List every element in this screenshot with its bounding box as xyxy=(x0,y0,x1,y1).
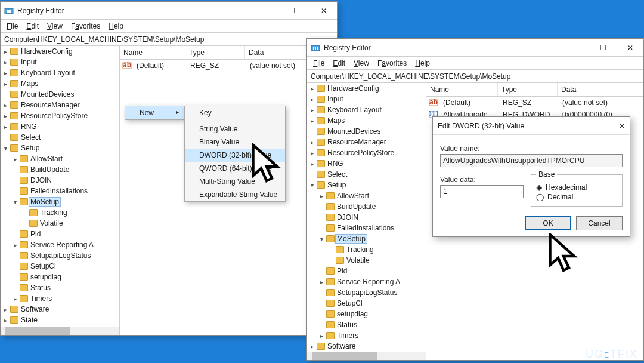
ctx-item[interactable]: Multi-String Value xyxy=(185,175,285,188)
expand-toggle-icon[interactable] xyxy=(318,333,325,339)
tree-item[interactable]: MountedDevices xyxy=(2,89,119,100)
tree-item[interactable]: MountedDevices xyxy=(308,126,426,137)
tree-item[interactable]: State xyxy=(2,315,119,325)
menu-view[interactable]: View xyxy=(44,21,66,32)
value-row[interactable]: ab(Default)REG_SZ(value not set) xyxy=(426,97,643,109)
expand-toggle-icon[interactable] xyxy=(308,139,315,146)
tree-item[interactable]: Keyboard Layout xyxy=(2,67,119,78)
col-name[interactable]: Name xyxy=(120,46,185,59)
tree-item[interactable]: Volatile xyxy=(21,218,119,229)
menu-edit[interactable]: Edit xyxy=(329,58,349,69)
ctx-item[interactable]: Key xyxy=(185,106,285,119)
tree-item[interactable]: setupdiag xyxy=(11,272,119,282)
expand-toggle-icon[interactable] xyxy=(2,124,9,130)
horizontal-scrollbar[interactable] xyxy=(1,327,119,335)
ctx-item[interactable]: Binary Value xyxy=(185,136,285,149)
menu-favorites[interactable]: Favorites xyxy=(67,21,104,32)
tree-item[interactable]: DJOIN xyxy=(11,175,119,186)
expand-toggle-icon[interactable] xyxy=(11,199,18,205)
tree-item[interactable]: Status xyxy=(318,319,426,330)
ok-button[interactable]: OK xyxy=(525,216,571,230)
expand-toggle-icon[interactable] xyxy=(318,236,325,242)
tree-item[interactable]: Pid xyxy=(11,229,119,239)
menu-view[interactable]: View xyxy=(350,58,373,69)
tree-item[interactable]: Tracking xyxy=(327,244,426,255)
tree-item[interactable]: AllowStart xyxy=(318,190,426,201)
tree-item[interactable]: Software xyxy=(308,341,426,352)
expand-toggle-icon[interactable] xyxy=(308,85,315,92)
ctx-item[interactable]: DWORD (32-bit) Value xyxy=(185,149,285,162)
key-tree[interactable]: HardwareConfigInputKeyboard LayoutMapsMo… xyxy=(307,83,426,360)
address-bar[interactable]: Computer\HKEY_LOCAL_MACHINE\SYSTEM\Setup… xyxy=(1,33,337,46)
titlebar[interactable]: Registry Editor ─ ☐ ✕ xyxy=(307,39,643,57)
tree-item[interactable]: SetupapiLogStatus xyxy=(11,250,119,261)
tree-item[interactable]: HardwareConfig xyxy=(308,83,426,94)
tree-item[interactable]: AllowStart xyxy=(11,153,119,164)
expand-toggle-icon[interactable] xyxy=(2,102,9,109)
tree-item[interactable]: Setup xyxy=(308,180,426,190)
close-icon[interactable]: ✕ xyxy=(619,122,625,130)
value-data-field[interactable] xyxy=(440,185,524,198)
tree-item[interactable]: Keyboard Layout xyxy=(308,104,426,115)
address-bar[interactable]: Computer\HKEY_LOCAL_MACHINE\SYSTEM\Setup… xyxy=(307,70,643,83)
tree-item[interactable]: Input xyxy=(308,94,426,104)
tree-item[interactable]: SetupCl xyxy=(11,261,119,272)
expand-toggle-icon[interactable] xyxy=(308,96,315,103)
value-row[interactable]: ab(Default)REG_SZ(value not set) xyxy=(120,60,337,72)
menu-file[interactable]: File xyxy=(309,58,328,69)
tree-item[interactable]: Select xyxy=(2,132,119,143)
expand-toggle-icon[interactable] xyxy=(2,48,9,55)
menu-help[interactable]: Help xyxy=(105,21,127,32)
ctx-item[interactable]: Expandable String Value xyxy=(185,188,285,201)
ctx-item[interactable]: String Value xyxy=(185,122,285,136)
tree-item[interactable]: setupdiag xyxy=(318,309,426,319)
minimize-button[interactable]: ─ xyxy=(256,2,283,20)
tree-item[interactable]: Maps xyxy=(2,78,119,89)
col-type[interactable]: Type xyxy=(185,46,245,59)
tree-item[interactable]: Service Reporting A xyxy=(318,276,426,287)
menu-help[interactable]: Help xyxy=(411,58,434,69)
tree-item[interactable]: DJOIN xyxy=(318,212,426,223)
expand-toggle-icon[interactable] xyxy=(308,150,315,156)
tree-item[interactable]: ResourceManager xyxy=(308,137,426,147)
close-button[interactable]: ✕ xyxy=(617,39,643,57)
expand-toggle-icon[interactable] xyxy=(308,107,315,113)
menu-edit[interactable]: Edit xyxy=(23,21,42,32)
col-type[interactable]: Type xyxy=(498,83,558,96)
tree-item[interactable]: FailedInstallations xyxy=(11,186,119,196)
expand-toggle-icon[interactable] xyxy=(2,81,9,87)
cancel-button[interactable]: Cancel xyxy=(576,216,623,230)
expand-toggle-icon[interactable] xyxy=(2,70,9,76)
tree-item[interactable]: Timers xyxy=(11,293,119,304)
tree-item[interactable]: RNG xyxy=(308,158,426,169)
tree-item[interactable]: MoSetup xyxy=(318,233,426,244)
expand-toggle-icon[interactable] xyxy=(2,145,9,152)
tree-item[interactable]: Setup xyxy=(2,143,119,153)
menu-file[interactable]: File xyxy=(3,21,21,32)
radio-hexadecimal[interactable]: ◉ Hexadecimal xyxy=(536,183,617,192)
tree-item[interactable]: FailedInstallations xyxy=(318,223,426,233)
expand-toggle-icon[interactable] xyxy=(2,306,9,313)
tree-item[interactable]: Volatile xyxy=(327,255,426,266)
tree-item[interactable]: Tracking xyxy=(21,207,119,218)
expand-toggle-icon[interactable] xyxy=(11,156,18,162)
tree-item[interactable]: Input xyxy=(2,57,119,67)
minimize-button[interactable]: ─ xyxy=(563,39,590,57)
key-tree[interactable]: HardwareConfigInputKeyboard LayoutMapsMo… xyxy=(1,46,120,335)
expand-toggle-icon[interactable] xyxy=(308,343,315,350)
expand-toggle-icon[interactable] xyxy=(308,161,315,167)
tree-item[interactable]: Maps xyxy=(308,115,426,126)
titlebar[interactable]: Registry Editor ─ ☐ ✕ xyxy=(1,2,337,20)
tree-item[interactable]: RNG xyxy=(2,121,119,132)
tree-item[interactable]: MoSetup xyxy=(11,196,119,207)
expand-toggle-icon[interactable] xyxy=(318,193,325,199)
expand-toggle-icon[interactable] xyxy=(11,242,18,248)
value-name-field[interactable] xyxy=(440,154,623,167)
expand-toggle-icon[interactable] xyxy=(2,317,9,324)
tree-item[interactable]: Timers xyxy=(318,330,426,341)
expand-toggle-icon[interactable] xyxy=(2,113,9,119)
tree-item[interactable]: Status xyxy=(11,282,119,293)
col-name[interactable]: Name xyxy=(426,83,498,96)
maximize-button[interactable]: ☐ xyxy=(590,39,617,57)
tree-item[interactable]: SetupCl xyxy=(318,298,426,309)
